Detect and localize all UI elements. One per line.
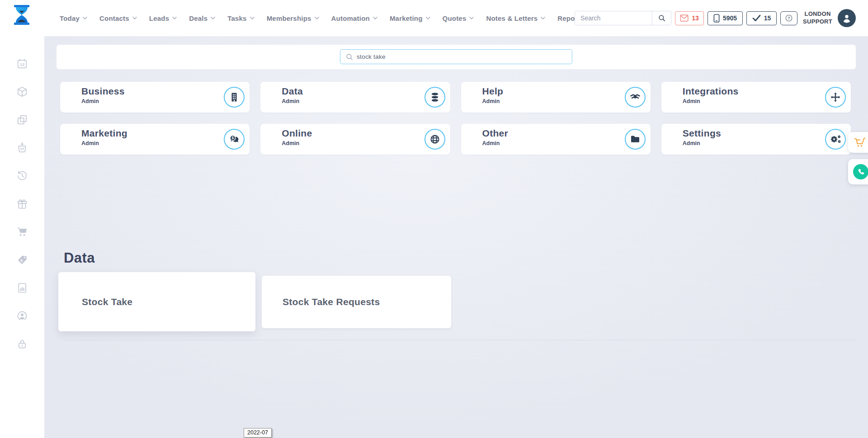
envelope-icon [680,14,689,22]
admin-card-title: Data [260,82,450,96]
admin-card-integrations[interactable]: Integrations Admin [661,82,851,113]
admin-card-business[interactable]: Business Admin [60,82,250,113]
lock-icon [16,338,28,350]
chevron-down-icon [426,17,430,19]
svg-text:$: $ [232,136,234,140]
admin-card-other[interactable]: Other Admin [461,124,651,155]
sidebar-item-pricing[interactable]: $ [16,254,28,266]
nav-label: Contacts [99,14,129,22]
section-title: Data [64,250,95,266]
admin-card-title: Settings [661,124,851,138]
chevron-down-icon [373,17,377,19]
avatar[interactable] [838,9,856,27]
cart-icon [16,226,28,238]
nav-label: Memberships [267,14,311,22]
result-card-label: Stock Take Requests [283,297,380,307]
tasks-count: 15 [764,14,771,22]
svg-text:$: $ [20,259,23,263]
sidebar-item-packages[interactable] [16,86,28,98]
chevron-down-icon [211,17,215,19]
sidebar-item-rewards[interactable] [16,198,28,210]
admin-card-settings[interactable]: Settings Admin [661,124,851,155]
nav-item-tasks[interactable]: Tasks [227,14,254,22]
admin-card-help[interactable]: Help Admin [461,82,651,113]
nav-label: Deals [189,14,208,22]
top-bar-right: 13 5905 15 ? LONDON SUPPORT [575,0,856,36]
admin-card-title: Business [60,82,250,96]
header-search-input[interactable] [575,11,652,25]
admin-card-subtitle: Admin [461,138,651,146]
sidebar-item-shop[interactable] [16,226,28,238]
nav-label: Notes & Letters [486,14,538,22]
svg-text:?: ? [788,16,790,20]
user-name: LONDON SUPPORT [803,10,832,26]
admin-card-marketing[interactable]: Marketing Admin $ [60,124,250,155]
nav-item-deals[interactable]: Deals [189,14,215,22]
floating-cart-button[interactable] [848,132,868,153]
result-card-stock-take[interactable]: Stock Take [58,272,255,331]
gears-icon [825,129,846,150]
handshake-icon [625,87,646,108]
admin-card-subtitle: Admin [661,96,851,104]
chat-dollar-icon: $ [224,129,245,150]
sidebar-item-orders[interactable] [16,142,28,154]
chevron-down-icon [541,17,545,19]
nav-item-today[interactable]: Today [60,14,87,22]
nav-item-quotes[interactable]: Quotes [443,14,474,22]
globe-icon [425,129,445,150]
user-icon [841,12,853,24]
chevron-down-icon [132,17,137,19]
package-icon [16,86,28,98]
nav-item-leads[interactable]: Leads [149,14,177,22]
nav-item-contacts[interactable]: Contacts [99,14,137,22]
sidebar-item-history[interactable] [16,170,28,182]
admin-search-panel [57,45,856,69]
floating-phone-button[interactable] [848,159,868,184]
nav-item-notes-letters[interactable]: Notes & Letters [486,14,545,22]
nav-label: Quotes [443,14,467,22]
top-bar: Today Contacts Leads Deals Tasks Members… [0,0,868,36]
tasks-button[interactable]: 15 [746,11,777,25]
tooltip: 2022-07 [244,428,272,438]
admin-card-title: Online [260,124,450,138]
admin-card-title: Integrations [661,82,851,96]
result-card-label: Stock Take [82,297,132,307]
help-button[interactable]: ? [780,11,797,25]
nav-label: Marketing [390,14,423,22]
mobile-phone-icon [713,14,720,23]
result-card-stock-take-requests[interactable]: Stock Take Requests [262,276,451,328]
nav-item-automation[interactable]: Automation [331,14,377,22]
app-logo[interactable] [11,4,33,26]
sidebar-item-reports[interactable] [16,282,28,294]
admin-card-online[interactable]: Online Admin [260,124,450,155]
header-search-button[interactable] [652,11,671,25]
nav-label: Leads [149,14,169,22]
chevron-down-icon [172,17,177,19]
admin-card-data[interactable]: Data Admin [260,82,450,113]
mail-count: 13 [692,14,699,22]
history-icon [16,170,28,182]
nav-item-marketing[interactable]: Marketing [390,14,430,22]
user-name-line2: SUPPORT [803,18,832,26]
phone-calls-button[interactable]: 5905 [708,11,743,25]
hourglass-logo-icon [11,4,33,26]
sidebar-item-calendar[interactable]: 12 [16,58,28,70]
chevron-down-icon [250,17,255,19]
gift-icon [16,198,28,210]
nav-label: Tasks [227,14,246,22]
shopping-bag-icon [16,142,28,154]
sidebar-item-duplicates[interactable] [16,114,28,126]
search-icon [658,14,666,22]
nav-item-memberships[interactable]: Memberships [267,14,319,22]
price-tag-icon: $ [16,254,28,266]
admin-search-input[interactable] [340,50,572,64]
sidebar-item-security[interactable] [16,338,28,350]
folder-icon [625,129,646,150]
copy-icon [16,114,28,126]
mail-button[interactable]: 13 [675,11,704,25]
user-name-line1: LONDON [803,10,832,18]
search-icon [345,53,354,61]
sidebar-item-account[interactable] [16,310,28,322]
chevron-down-icon [315,17,319,19]
main-nav: Today Contacts Leads Deals Tasks Members… [60,0,620,36]
